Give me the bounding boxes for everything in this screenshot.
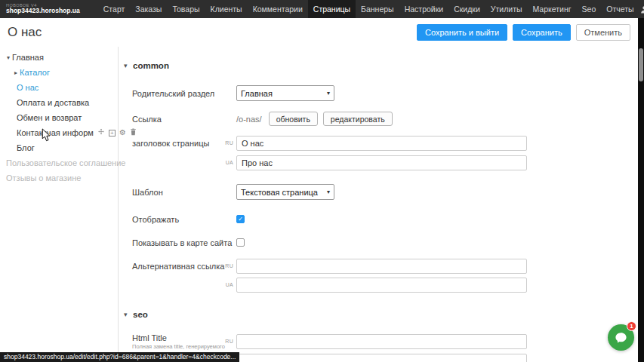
- display-row: Отображать ✓: [132, 211, 245, 227]
- lang-tag-ru: RU: [223, 263, 236, 268]
- parent-section-select[interactable]: Главная ▾: [236, 85, 334, 101]
- refresh-link-button[interactable]: обновить: [269, 112, 318, 126]
- tree-item-catalog[interactable]: ▸ Каталог: [0, 65, 118, 80]
- parent-section-row: Родительский раздел Главная ▾: [132, 85, 334, 101]
- chevron-down-icon: ▾: [327, 90, 330, 97]
- template-row: Шаблон Текстовая страница ▾: [132, 184, 334, 200]
- nav-item-utilities[interactable]: Утилиты: [485, 0, 528, 18]
- nav-item-start[interactable]: Старт: [98, 0, 131, 18]
- pages-tree: ▾ Главная ▸ Каталог О нас Оплата и доста…: [0, 47, 119, 353]
- nav-item-discounts[interactable]: Скидки: [448, 0, 485, 18]
- link-value: /o-nas/: [236, 115, 262, 124]
- tree-item-label: Отзывы о магазине: [5, 173, 81, 183]
- field-label: Ссылка: [132, 115, 223, 124]
- field-label: заголовок страницы: [132, 139, 223, 148]
- lang-tag-ru: RU: [223, 140, 236, 146]
- tree-item-blog[interactable]: Блог: [0, 140, 118, 155]
- tree-item-store-reviews[interactable]: Отзывы о магазине: [0, 170, 118, 186]
- tree-item-label: Обмен и возврат: [17, 113, 82, 122]
- move-icon[interactable]: [97, 128, 105, 137]
- topbar: НОВОВОЕ V4 shop34423.horoshop.ua Старт З…: [0, 0, 644, 18]
- alt-link-ua-input[interactable]: [236, 278, 527, 293]
- tree-item-actions: + ⚙: [97, 128, 137, 137]
- sitemap-checkbox[interactable]: [236, 238, 245, 247]
- status-url: shop34423.horoshop.ua/edit/edit.php?id=6…: [0, 352, 239, 362]
- html-title-ru-row: Html Title Полная замена title, генериру…: [132, 333, 527, 349]
- lang-tag-ua: UA: [223, 282, 236, 287]
- nav-item-pages[interactable]: Страницы: [308, 0, 356, 18]
- page-title-ru-input[interactable]: [236, 136, 527, 151]
- tree-item-label: Оплата и доставка: [17, 98, 89, 107]
- edit-form: ▾ common Родительский раздел Главная ▾ С…: [119, 47, 638, 362]
- user-icon[interactable]: [639, 4, 644, 14]
- save-button[interactable]: Сохранить: [513, 24, 571, 41]
- page-title: О нас: [8, 25, 42, 40]
- tree-item-contact-info[interactable]: Контактная информ + ⚙: [0, 125, 118, 140]
- header-buttons: Сохранить и выйти Сохранить Отменить: [417, 24, 630, 41]
- add-icon[interactable]: +: [109, 130, 116, 137]
- chat-badge: 1: [627, 321, 636, 331]
- select-value: Главная: [241, 89, 273, 98]
- field-label: Родительский раздел: [132, 89, 223, 98]
- save-and-exit-button[interactable]: Сохранить и выйти: [417, 24, 507, 41]
- tree-item-user-agreement[interactable]: Пользовательское соглашение: [0, 155, 118, 170]
- nav-item-clients[interactable]: Клиенты: [205, 0, 248, 18]
- page-title-ua-input[interactable]: [236, 155, 527, 170]
- tree-item-label: Пользовательское соглашение: [5, 158, 125, 167]
- chat-button[interactable]: 1: [608, 324, 634, 351]
- tree-item-label: О нас: [17, 83, 39, 92]
- nav-item-products[interactable]: Товары: [167, 0, 205, 18]
- page-title-ru-row: заголовок страницы RU: [132, 135, 527, 151]
- html-title-ua-input[interactable]: [236, 354, 527, 362]
- alt-link-ru-row: Альтернативная ссылка RU: [132, 258, 527, 274]
- trash-icon[interactable]: [130, 128, 137, 137]
- cancel-button[interactable]: Отменить: [576, 24, 630, 41]
- logo[interactable]: НОВОВОЕ V4 shop34423.horoshop.ua: [0, 2, 88, 16]
- template-select[interactable]: Текстовая страница ▾: [236, 184, 334, 200]
- logo-domain: shop34423.horoshop.ua: [6, 8, 80, 14]
- lang-tag-ua: UA: [223, 160, 236, 165]
- html-title-ru-input[interactable]: [236, 334, 527, 349]
- nav-item-settings[interactable]: Настройки: [399, 0, 449, 18]
- tree-item-home[interactable]: ▾ Главная: [0, 50, 118, 65]
- seo-section-header[interactable]: ▾ seo: [124, 308, 148, 321]
- alt-link-ua-row: UA: [132, 277, 527, 293]
- page-title-ua-row: UA: [132, 155, 527, 170]
- common-section-header[interactable]: ▾ common: [124, 60, 169, 72]
- scrollbar-track: [638, 18, 644, 362]
- tree-item-payment-delivery[interactable]: Оплата и доставка: [0, 95, 118, 110]
- section-label: seo: [133, 310, 148, 319]
- tree-item-label: Блог: [17, 143, 35, 152]
- tree-item-label: Каталог: [20, 68, 50, 77]
- tree-item-exchange-return[interactable]: Обмен и возврат: [0, 110, 118, 125]
- chevron-right-icon[interactable]: ▸: [12, 69, 20, 76]
- field-label: Показывать в карте сайта: [132, 238, 223, 247]
- chevron-down-icon: ▾: [124, 311, 133, 318]
- gear-icon[interactable]: ⚙: [119, 129, 126, 137]
- chevron-down-icon: ▾: [124, 62, 133, 69]
- field-label: Альтернативная ссылка: [132, 262, 223, 271]
- nav-item-seo[interactable]: Seo: [577, 0, 602, 18]
- nav-item-reports[interactable]: Отчеты: [601, 0, 639, 18]
- nav-item-marketing[interactable]: Маркетинг: [528, 0, 577, 18]
- page-header: О нас Сохранить и выйти Сохранить Отмени…: [0, 18, 638, 47]
- tree-item-label: Главная: [12, 53, 44, 62]
- chevron-down-icon: ▾: [327, 189, 330, 195]
- field-label: Отображать: [132, 215, 223, 224]
- edit-link-button[interactable]: редактировать: [323, 112, 393, 126]
- topbar-right: [639, 4, 644, 14]
- field-note: Полная замена title, генерируемого: [132, 343, 234, 350]
- field-label: Шаблон: [132, 188, 223, 197]
- link-row: Ссылка /o-nas/ обновить редактировать: [132, 111, 398, 127]
- chat-icon: [615, 331, 627, 344]
- sitemap-row: Показывать в карте сайта: [132, 235, 245, 250]
- nav-item-banners[interactable]: Баннеры: [356, 0, 399, 18]
- nav-item-comments[interactable]: Комментарии: [248, 0, 308, 18]
- alt-link-ru-input[interactable]: [236, 259, 527, 274]
- main-nav: Старт Заказы Товары Клиенты Комментарии …: [98, 0, 639, 18]
- scrollbar[interactable]: [639, 48, 643, 81]
- display-checkbox[interactable]: ✓: [236, 215, 245, 223]
- nav-item-orders[interactable]: Заказы: [130, 0, 167, 18]
- chevron-down-icon[interactable]: ▾: [5, 54, 12, 61]
- tree-item-about[interactable]: О нас: [0, 80, 118, 95]
